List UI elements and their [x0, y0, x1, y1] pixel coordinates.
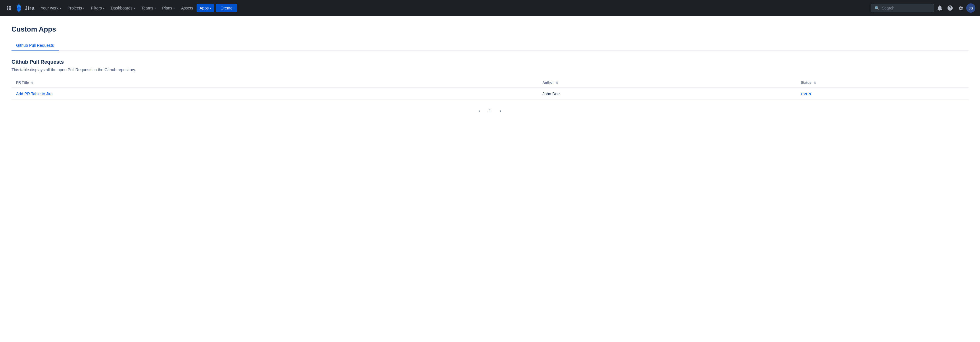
search-box[interactable]: 🔍 Search: [871, 4, 934, 12]
cell-author: John Doe: [538, 88, 796, 100]
sort-icon: ⇅: [814, 81, 816, 84]
table-header-row: PR Title ⇅ Author ⇅ Status ⇅: [11, 78, 969, 88]
prev-page-button[interactable]: ‹: [476, 107, 484, 115]
tabs-bar: Github Pull Requests: [11, 40, 969, 51]
sort-icon: ⇅: [556, 81, 558, 84]
nav-dashboards[interactable]: Dashboards ▾: [108, 4, 138, 12]
cell-pr-title: Add PR Table to Jira: [11, 88, 538, 100]
search-placeholder-text: Search: [882, 6, 894, 10]
pr-table: PR Title ⇅ Author ⇅ Status ⇅ Add PR Tabl…: [11, 78, 969, 100]
svg-rect-6: [7, 9, 8, 10]
notifications-button[interactable]: [935, 3, 944, 13]
user-avatar[interactable]: JS: [966, 3, 975, 13]
svg-rect-8: [10, 9, 11, 10]
chevron-down-icon: ▾: [210, 6, 211, 10]
create-button[interactable]: Create: [216, 4, 237, 12]
chevron-down-icon: ▾: [173, 6, 175, 10]
navbar: Jira Your work ▾ Projects ▾ Filters ▾ Da…: [0, 0, 980, 16]
nav-your-work[interactable]: Your work ▾: [38, 4, 64, 12]
section-github-prs: Github Pull Requests This table displays…: [11, 51, 969, 115]
pr-title-link[interactable]: Add PR Table to Jira: [16, 92, 52, 96]
svg-rect-0: [7, 6, 8, 7]
status-badge: OPEN: [801, 92, 811, 96]
svg-rect-4: [9, 8, 10, 9]
svg-rect-1: [9, 6, 10, 7]
col-header-pr-title[interactable]: PR Title ⇅: [11, 78, 538, 88]
nav-projects[interactable]: Projects ▾: [65, 4, 88, 12]
svg-rect-7: [9, 9, 10, 10]
nav-apps[interactable]: Apps ▾: [197, 4, 214, 12]
chevron-down-icon: ▾: [60, 6, 61, 10]
svg-rect-5: [10, 8, 11, 9]
nav-plans[interactable]: Plans ▾: [159, 4, 178, 12]
current-page-number: 1: [486, 107, 494, 115]
tab-github-pull-requests[interactable]: Github Pull Requests: [11, 40, 59, 51]
chevron-down-icon: ▾: [103, 6, 104, 10]
chevron-down-icon: ▾: [134, 6, 135, 10]
help-button[interactable]: [945, 3, 955, 13]
table-row: Add PR Table to JiraJohn DoeOPEN: [11, 88, 969, 100]
svg-rect-3: [7, 8, 8, 9]
main-content: Custom Apps Github Pull Requests Github …: [0, 16, 980, 342]
pagination: ‹ 1 ›: [11, 107, 969, 115]
settings-button[interactable]: [956, 3, 965, 13]
svg-rect-2: [10, 6, 11, 7]
table-body: Add PR Table to JiraJohn DoeOPEN: [11, 88, 969, 100]
logo-label: Jira: [25, 5, 35, 11]
nav-filters[interactable]: Filters ▾: [88, 4, 107, 12]
nav-assets[interactable]: Assets: [178, 4, 196, 12]
section-description: This table displays all the open Pull Re…: [11, 67, 969, 72]
col-header-status[interactable]: Status ⇅: [796, 78, 969, 88]
nav-items: Your work ▾ Projects ▾ Filters ▾ Dashboa…: [38, 4, 870, 12]
chevron-down-icon: ▾: [154, 6, 156, 10]
table-header: PR Title ⇅ Author ⇅ Status ⇅: [11, 78, 969, 88]
nav-teams[interactable]: Teams ▾: [138, 4, 159, 12]
search-icon: 🔍: [875, 6, 880, 10]
chevron-down-icon: ▾: [83, 6, 84, 10]
col-header-author[interactable]: Author ⇅: [538, 78, 796, 88]
page-title: Custom Apps: [11, 25, 969, 33]
cell-status: OPEN: [796, 88, 969, 100]
next-page-button[interactable]: ›: [496, 107, 504, 115]
navbar-right: 🔍 Search JS: [871, 3, 975, 13]
grid-icon[interactable]: [5, 3, 14, 13]
jira-logo[interactable]: Jira: [15, 4, 35, 12]
section-title: Github Pull Requests: [11, 59, 969, 65]
sort-icon: ⇅: [31, 81, 33, 84]
